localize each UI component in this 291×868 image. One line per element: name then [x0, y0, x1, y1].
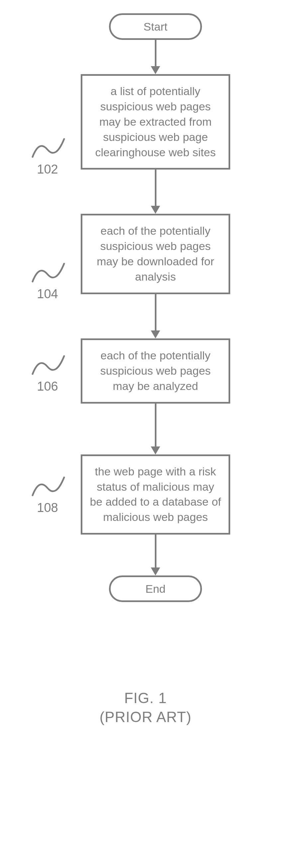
ref-callout-108: 108 — [29, 475, 66, 516]
flowchart-diagram: Start a list of potentially suspicious w… — [0, 13, 291, 602]
process-box-104: each of the potentially suspicious web p… — [81, 214, 230, 294]
arrowhead-icon — [151, 331, 160, 338]
step-row-102: a list of potentially suspicious web pag… — [40, 74, 271, 169]
ref-number: 106 — [37, 378, 58, 395]
leader-line-icon — [29, 475, 66, 498]
figure-caption: FIG. 1 (PRIOR ART) — [0, 688, 291, 726]
end-label: End — [146, 583, 166, 595]
start-terminal: Start — [109, 13, 202, 40]
connector-line — [155, 40, 157, 66]
connector — [151, 40, 160, 74]
arrowhead-icon — [151, 206, 160, 214]
process-text: the web page with a risk status of malic… — [89, 464, 222, 525]
start-label: Start — [143, 20, 167, 33]
ref-callout-104: 104 — [29, 261, 66, 303]
process-text: each of the potentially suspicious web p… — [89, 348, 222, 394]
ref-callout-102: 102 — [29, 136, 66, 178]
connector-line — [155, 404, 157, 447]
step-row-108: the web page with a risk status of malic… — [40, 455, 271, 535]
process-box-102: a list of potentially suspicious web pag… — [81, 74, 230, 169]
connector-line — [155, 294, 157, 331]
process-text: each of the potentially suspicious web p… — [89, 223, 222, 285]
leader-line-icon — [29, 136, 66, 160]
ref-number: 102 — [37, 161, 58, 178]
arrowhead-icon — [151, 567, 160, 576]
step-row-104: each of the potentially suspicious web p… — [40, 214, 271, 294]
connector — [151, 294, 160, 338]
process-box-106: each of the potentially suspicious web p… — [81, 338, 230, 404]
ref-callout-106: 106 — [29, 353, 66, 395]
connector-line — [155, 534, 157, 568]
connector — [151, 534, 160, 576]
connector-line — [155, 169, 157, 206]
connector — [151, 404, 160, 455]
arrowhead-icon — [151, 446, 160, 455]
caption-line-2: (PRIOR ART) — [0, 707, 291, 726]
ref-number: 108 — [37, 499, 58, 516]
caption-line-1: FIG. 1 — [0, 688, 291, 707]
process-text: a list of potentially suspicious web pag… — [89, 84, 222, 160]
connector — [151, 169, 160, 214]
leader-line-icon — [29, 261, 66, 284]
process-box-108: the web page with a risk status of malic… — [81, 455, 230, 535]
ref-number: 104 — [37, 285, 58, 303]
leader-line-icon — [29, 353, 66, 377]
end-terminal: End — [109, 576, 202, 602]
arrowhead-icon — [151, 66, 160, 74]
step-row-106: each of the potentially suspicious web p… — [40, 338, 271, 404]
